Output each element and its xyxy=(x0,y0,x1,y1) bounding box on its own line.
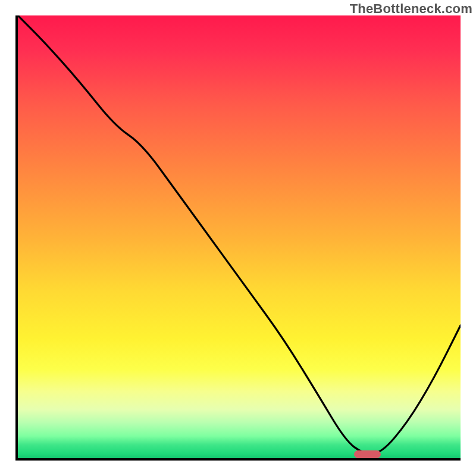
curve-svg xyxy=(18,15,461,458)
chart-canvas: TheBottleneck.com xyxy=(0,0,476,476)
optimal-marker xyxy=(354,450,381,458)
plot-area xyxy=(15,15,461,461)
bottleneck-curve-path xyxy=(18,15,461,454)
watermark: TheBottleneck.com xyxy=(350,1,472,17)
